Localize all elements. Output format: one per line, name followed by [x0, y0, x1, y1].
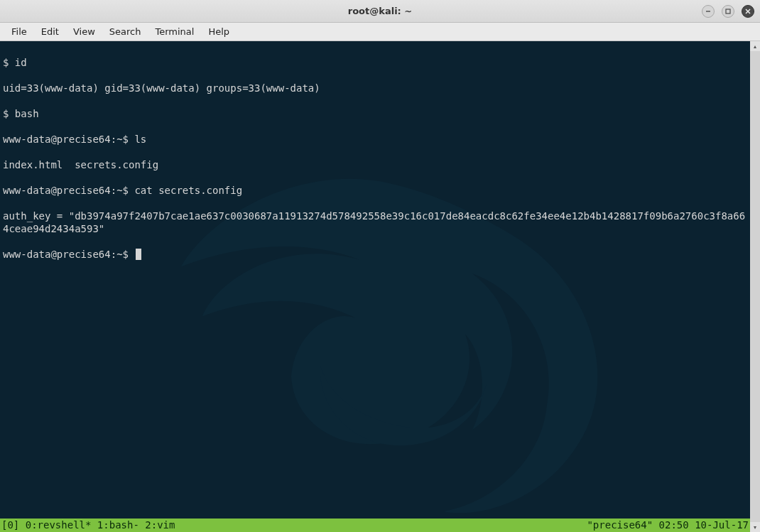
- tmux-status-right: "precise64" 02:50 10-Jul-17: [587, 519, 749, 532]
- scroll-down-button[interactable]: ▾: [750, 522, 760, 532]
- term-line: $ bash: [3, 107, 747, 120]
- menu-help[interactable]: Help: [201, 24, 237, 39]
- term-line: www-data@precise64:~$ ls: [3, 133, 747, 146]
- menu-search[interactable]: Search: [102, 24, 148, 39]
- term-line: uid=33(www-data) gid=33(www-data) groups…: [3, 82, 747, 94]
- tmux-statusbar: [0] 0:revshell* 1:bash- 2:vim "precise64…: [0, 519, 750, 532]
- minimize-icon: [705, 8, 712, 15]
- tmux-status-left: [0] 0:revshell* 1:bash- 2:vim: [1, 519, 175, 532]
- terminal-output[interactable]: $ id uid=33(www-data) gid=33(www-data) g…: [0, 41, 750, 532]
- term-line: auth_key = "db3974a97f2407b7cae1ae637c00…: [3, 210, 747, 235]
- terminal-window: root@kali: ~ File Edit View Search Termi…: [0, 0, 760, 532]
- window-titlebar: root@kali: ~: [0, 0, 760, 23]
- close-button[interactable]: [742, 5, 754, 18]
- term-prompt-line: www-data@precise64:~$: [3, 248, 747, 261]
- window-title: root@kali: ~: [348, 6, 412, 16]
- menu-view[interactable]: View: [66, 24, 102, 39]
- menu-edit[interactable]: Edit: [34, 24, 66, 39]
- cursor-icon: [136, 249, 141, 260]
- scrollbar[interactable]: ▴ ▾: [750, 41, 760, 532]
- svg-rect-1: [726, 9, 730, 13]
- menu-terminal[interactable]: Terminal: [148, 24, 201, 39]
- maximize-icon: [724, 8, 732, 15]
- terminal-area[interactable]: $ id uid=33(www-data) gid=33(www-data) g…: [0, 41, 760, 532]
- scroll-up-button[interactable]: ▴: [750, 41, 760, 51]
- menu-file[interactable]: File: [4, 24, 34, 39]
- term-line: index.html secrets.config: [3, 158, 747, 171]
- term-line: $ id: [3, 56, 747, 69]
- maximize-button[interactable]: [722, 5, 734, 18]
- term-line: www-data@precise64:~$ cat secrets.config: [3, 184, 747, 197]
- titlebar-buttons-group: [702, 5, 754, 18]
- close-icon: [744, 8, 751, 15]
- minimize-button[interactable]: [702, 5, 715, 18]
- menubar: File Edit View Search Terminal Help: [0, 23, 760, 41]
